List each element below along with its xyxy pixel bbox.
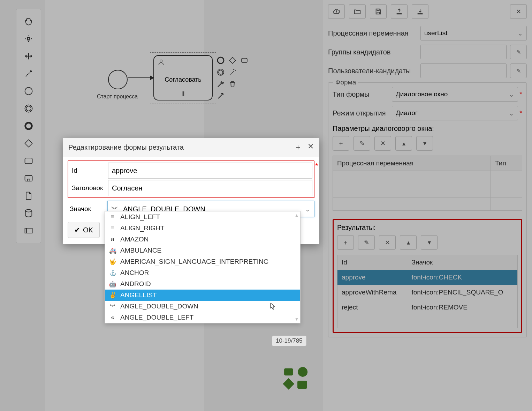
table-row[interactable]: approveWithRemafont-icon:PENCIL_SQUARE_O: [337, 285, 518, 300]
caption-input[interactable]: [108, 180, 312, 196]
svg-rect-6: [25, 175, 32, 181]
option-label: ANGELLIST: [120, 291, 157, 299]
dropdown-item[interactable]: ≡ALIGN_RIGHT: [105, 223, 300, 234]
result-add-button[interactable]: ＋: [337, 235, 354, 250]
save-button[interactable]: [370, 4, 387, 19]
participant-tool[interactable]: [22, 222, 36, 239]
connect-tool[interactable]: [22, 65, 36, 82]
result-delete-button[interactable]: ✕: [379, 235, 396, 250]
cand-groups-edit-button[interactable]: ✎: [510, 45, 527, 59]
sequence-flow[interactable]: [128, 77, 153, 78]
close-panel-button[interactable]: ✕: [510, 4, 527, 19]
option-label: ANCHOR: [120, 269, 149, 277]
svg-point-4: [25, 123, 32, 129]
dropdown-item[interactable]: 🤖ANDROID: [105, 278, 300, 290]
result-up-button[interactable]: ▴: [400, 235, 417, 250]
subprocess-tool[interactable]: [22, 170, 36, 187]
chevron-down-icon: ⌄: [305, 205, 311, 213]
context-pad: [216, 56, 251, 103]
dropdown-item[interactable]: «ANGLE_DOUBLE_LEFT: [105, 312, 300, 323]
upload-button[interactable]: [391, 4, 408, 19]
cand-users-label: Пользователи-кандидаты: [328, 67, 420, 75]
ctx-intermediate-icon[interactable]: [216, 68, 225, 77]
start-event-label: Старт процесса: [97, 94, 138, 100]
result-edit-button[interactable]: ✎: [358, 235, 375, 250]
option-label: AMERICAN_SIGN_LANGUAGE_INTERPRETING: [120, 258, 268, 266]
start-event[interactable]: [108, 70, 128, 89]
dropdown-item[interactable]: ✌ANGELLIST: [105, 290, 300, 301]
open-mode-select[interactable]: Диалог⌄: [392, 106, 518, 120]
dropdown-item[interactable]: aAMAZON: [105, 234, 300, 245]
chevron-down-icon: ⌄: [509, 109, 514, 117]
table-row[interactable]: [337, 315, 518, 328]
ctx-rect-icon[interactable]: [240, 56, 249, 65]
ctx-annotation-icon[interactable]: [228, 68, 237, 77]
dropdown-item[interactable]: 🚑AMBULANCE: [105, 245, 300, 256]
proc-var-label: Процессная переменная: [328, 29, 420, 37]
table-row[interactable]: approvefont-icon:CHECK: [337, 270, 518, 285]
dropdown-item[interactable]: ≡ALIGN_LEFT: [105, 211, 300, 223]
svg-rect-18: [297, 381, 307, 389]
dropdown-range-badge: 10-19/785: [272, 336, 306, 346]
cand-users-input[interactable]: [420, 63, 507, 78]
user-icon: [158, 59, 165, 66]
option-icon: ≡: [108, 225, 117, 232]
dropdown-item[interactable]: 🤟AMERICAN_SIGN_LANGUAGE_INTERPRETING: [105, 256, 300, 267]
option-icon: ✌: [108, 292, 117, 299]
param-down-button[interactable]: ▾: [416, 136, 433, 151]
param-add-button[interactable]: ＋: [333, 136, 349, 151]
param-edit-button[interactable]: ✎: [354, 136, 370, 151]
download-button[interactable]: [412, 4, 428, 19]
form-type-select[interactable]: Диалоговое окно⌄: [392, 87, 518, 102]
option-label: ANDROID: [120, 280, 151, 288]
space-tool[interactable]: [22, 47, 36, 65]
table-row[interactable]: rejectfont-icon:REMOVE: [337, 300, 518, 315]
scroll-down-icon[interactable]: ▼: [295, 317, 299, 322]
hand-tool[interactable]: [22, 13, 36, 30]
svg-point-15: [219, 70, 223, 74]
proc-var-select[interactable]: userList⌄: [420, 26, 527, 40]
option-icon: 🤖: [108, 281, 117, 288]
lasso-tool[interactable]: [22, 30, 36, 47]
ctx-connect-icon[interactable]: [216, 91, 225, 100]
option-label: ALIGN_LEFT: [120, 213, 160, 221]
cand-groups-input[interactable]: [420, 45, 507, 59]
option-label: ANGLE_DOUBLE_LEFT: [120, 314, 193, 321]
results-col-id: Id: [337, 255, 407, 270]
ctx-trash-icon[interactable]: [228, 80, 237, 89]
ok-button[interactable]: ✔OK: [68, 222, 100, 238]
task-tool[interactable]: [22, 152, 36, 170]
data-object-tool[interactable]: [22, 187, 36, 204]
svg-rect-7: [28, 179, 30, 181]
task-label: Согласовать: [154, 76, 212, 83]
params-table: Процессная переменнаяТип: [333, 156, 522, 211]
chevron-down-icon: ⌄: [517, 29, 523, 37]
dialog-add-button[interactable]: ＋: [294, 142, 302, 152]
param-delete-button[interactable]: ✕: [374, 136, 391, 151]
end-event-tool[interactable]: [22, 117, 36, 135]
svg-point-12: [218, 57, 224, 63]
option-icon: 🚑: [108, 247, 117, 254]
option-icon: a: [108, 236, 117, 243]
param-up-button[interactable]: ▴: [395, 136, 412, 151]
user-task[interactable]: Согласовать |||: [153, 55, 213, 100]
result-down-button[interactable]: ▾: [421, 235, 438, 250]
scroll-up-icon[interactable]: ▲: [295, 213, 299, 218]
intermediate-event-tool[interactable]: [22, 100, 36, 117]
results-table[interactable]: IdЗначок approvefont-icon:CHECK approveW…: [337, 255, 518, 328]
svg-rect-5: [25, 158, 32, 164]
dropdown-item[interactable]: ⚓ANCHOR: [105, 267, 300, 278]
ctx-diamond-icon[interactable]: [228, 56, 237, 65]
open-folder-button[interactable]: [349, 4, 366, 19]
ctx-circle-icon[interactable]: [216, 56, 225, 65]
option-icon: «: [108, 314, 117, 321]
gateway-tool[interactable]: [22, 135, 36, 152]
start-event-tool[interactable]: [22, 82, 36, 100]
ctx-wrench-icon[interactable]: [216, 80, 225, 89]
id-input[interactable]: [108, 163, 312, 179]
option-icon: ⚓: [108, 269, 117, 277]
dialog-close-button[interactable]: ✕: [307, 142, 314, 152]
data-store-tool[interactable]: [22, 204, 36, 222]
cand-users-edit-button[interactable]: ✎: [510, 63, 527, 78]
cloud-upload-button[interactable]: [328, 4, 345, 19]
